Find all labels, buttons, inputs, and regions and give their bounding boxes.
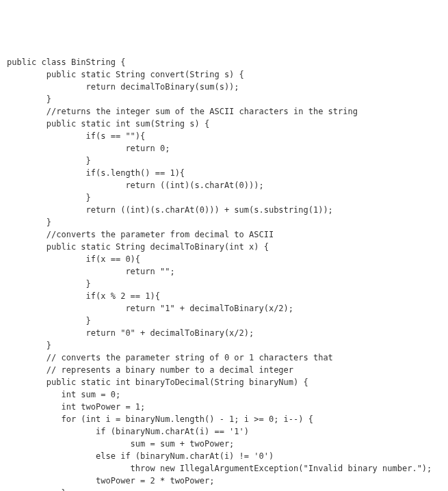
code-line: // converts the parameter string of 0 or…	[7, 351, 441, 364]
code-line: return "0" + decimalToBinary(x/2);	[7, 327, 441, 339]
code-line: for (int i = binaryNum.length() - 1; i >…	[7, 413, 441, 425]
code-line: return ((int)(s.charAt(0)));	[7, 179, 441, 191]
code-line: }	[7, 278, 441, 290]
code-line: public class BinString {	[7, 56, 441, 68]
code-line: return decimalToBinary(sum(s));	[7, 81, 441, 93]
code-line: }	[7, 191, 441, 204]
code-line: }	[7, 93, 441, 105]
code-line: }	[7, 216, 441, 228]
code-line: public static int binaryToDecimal(String…	[7, 376, 441, 388]
code-line: return 0;	[7, 142, 441, 155]
code-line: }	[7, 487, 441, 491]
code-block: public class BinString { public static S…	[7, 56, 441, 491]
code-line: public static String decimalToBinary(int…	[7, 241, 441, 253]
code-line: }	[7, 155, 441, 167]
code-line: public static int sum(String s) {	[7, 118, 441, 130]
code-line: else if (binaryNum.charAt(i) != '0')	[7, 450, 441, 462]
code-line: if(x == 0){	[7, 253, 441, 265]
code-line: //converts the parameter from decimal to…	[7, 228, 441, 241]
code-line: return "";	[7, 265, 441, 278]
code-line: // represents a binary number to a decim…	[7, 364, 441, 376]
code-line: return "1" + decimalToBinary(x/2);	[7, 302, 441, 315]
code-line: sum = sum + twoPower;	[7, 438, 441, 450]
code-line: int twoPower = 1;	[7, 401, 441, 413]
code-line: if (binaryNum.charAt(i) == '1')	[7, 425, 441, 438]
code-line: }	[7, 315, 441, 327]
code-line: public static String convert(String s) {	[7, 68, 441, 81]
code-line: return ((int)(s.charAt(0))) + sum(s.subs…	[7, 204, 441, 216]
code-line: if(x % 2 == 1){	[7, 290, 441, 302]
code-line: //returns the integer sum of the ASCII c…	[7, 105, 441, 118]
code-line: throw new IllegalArgumentException("Inva…	[7, 462, 441, 475]
code-line: if(s == ""){	[7, 130, 441, 142]
code-line: }	[7, 339, 441, 351]
code-line: if(s.length() == 1){	[7, 167, 441, 179]
code-line: int sum = 0;	[7, 388, 441, 401]
code-line: twoPower = 2 * twoPower;	[7, 475, 441, 487]
